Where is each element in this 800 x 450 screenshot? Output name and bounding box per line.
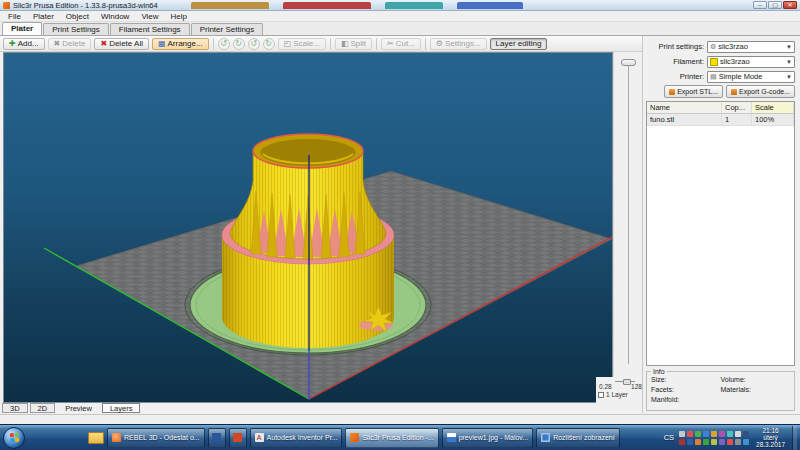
add-button[interactable]: ✚ Add...: [3, 38, 45, 50]
menu-plater[interactable]: Plater: [27, 12, 60, 21]
taskbar-button-slic3r[interactable]: Slic3r Prusa Edition -...: [345, 428, 438, 448]
one-layer-checkbox[interactable]: [598, 392, 604, 398]
object-settings-button[interactable]: ⚙ Settings...: [430, 38, 487, 50]
view-tab-preview[interactable]: Preview: [57, 403, 100, 413]
table-row[interactable]: funo.stl 1 100%: [647, 114, 794, 126]
chevron-down-icon: ▼: [786, 44, 792, 50]
tray-icon[interactable]: [727, 439, 733, 445]
object-copies-cell: 1: [722, 114, 752, 126]
tray-icon[interactable]: [679, 431, 685, 437]
background-window-tab[interactable]: [191, 2, 269, 9]
export-gcode-button[interactable]: Export G-code...: [726, 85, 795, 98]
tray-icon[interactable]: [743, 431, 749, 437]
tray-icon[interactable]: [727, 431, 733, 437]
layer-height-slider[interactable]: [615, 378, 635, 382]
printer-select[interactable]: ▤ Simple Mode ▼: [707, 71, 795, 83]
minimize-button[interactable]: –: [753, 1, 767, 9]
background-window-tab[interactable]: [457, 2, 523, 9]
rotate-cw-45-icon[interactable]: ↻: [233, 38, 245, 50]
taskbar-button-display-settings[interactable]: Rozlišení zobrazení: [536, 428, 619, 448]
browser-icon: [112, 433, 121, 442]
column-copies[interactable]: Cop...: [722, 102, 752, 114]
tray-icon[interactable]: [703, 439, 709, 445]
layer-slider-handle[interactable]: [621, 59, 636, 66]
manifold-label: Manifold:: [651, 396, 721, 403]
object-table-header: Name Cop... Scale: [647, 102, 794, 114]
monitor-icon: [541, 433, 550, 442]
maximize-button[interactable]: ▢: [768, 1, 782, 9]
export-stl-button[interactable]: Export STL...: [664, 85, 723, 98]
language-indicator[interactable]: CS: [664, 433, 674, 442]
tray-icon[interactable]: [687, 439, 693, 445]
delete-label: Delete: [62, 39, 85, 48]
one-layer-label: 1 Layer: [606, 391, 628, 398]
taskbar-button-rebel[interactable]: REBEL 3D - Odeslat o...: [107, 428, 205, 448]
menu-file[interactable]: File: [2, 12, 27, 21]
tray-icon[interactable]: [695, 439, 701, 445]
facets-label: Facets:: [651, 386, 721, 393]
menu-window[interactable]: Window: [95, 12, 135, 21]
tab-plater[interactable]: Plater: [2, 22, 42, 35]
print-settings-value: slic3rzao: [718, 42, 748, 51]
taskbar-button-inventor[interactable]: A Autodesk Inventor Pr...: [250, 428, 343, 448]
delete-all-button[interactable]: ✖ Delete All: [94, 38, 149, 50]
split-label: Split: [350, 39, 366, 48]
tray-icon[interactable]: [743, 439, 749, 445]
tab-print-settings[interactable]: Print Settings: [43, 23, 109, 35]
view-tab-2d[interactable]: 2D: [30, 403, 56, 413]
slic3r-app-icon: [3, 2, 10, 9]
menu-help[interactable]: Help: [165, 12, 193, 21]
viewport-3d[interactable]: [3, 52, 613, 403]
tray-icon[interactable]: [687, 431, 693, 437]
close-button[interactable]: ✕: [783, 1, 797, 9]
view-tab-3d[interactable]: 3D: [2, 403, 28, 413]
clock-date: 28.3.2017: [756, 441, 785, 448]
tray-icon[interactable]: [719, 439, 725, 445]
scale-button[interactable]: ◰ Scale...: [278, 38, 326, 50]
menu-view[interactable]: View: [135, 12, 164, 21]
filament-select[interactable]: slic3rzao ▼: [707, 56, 795, 68]
tray-icon[interactable]: [679, 439, 685, 445]
arrange-button[interactable]: ▦ Arrange...: [152, 38, 209, 50]
tray-icon[interactable]: [719, 431, 725, 437]
cut-button[interactable]: ✂ Cut...: [381, 38, 421, 50]
tray-icon[interactable]: [735, 439, 741, 445]
taskbar-clock[interactable]: 21:16 úterý 28.3.2017: [753, 427, 788, 448]
split-button[interactable]: ◧ Split: [335, 38, 372, 50]
column-name[interactable]: Name: [647, 102, 722, 114]
taskbar-button-app1[interactable]: [208, 428, 226, 448]
view-tab-bar: 3D 2D Preview Layers: [2, 403, 140, 414]
rotate-cw-90-icon[interactable]: ↻: [263, 38, 275, 50]
tab-printer-settings[interactable]: Printer Settings: [191, 23, 264, 35]
show-desktop-button[interactable]: [792, 426, 797, 450]
layer-editing-label: Layer editing: [496, 39, 542, 48]
view-tab-layers[interactable]: Layers: [102, 403, 141, 413]
clock-time: 21:16: [756, 427, 785, 434]
column-scale[interactable]: Scale: [752, 102, 794, 114]
rotate-ccw-90-icon[interactable]: ↺: [248, 38, 260, 50]
tray-icon[interactable]: [711, 431, 717, 437]
taskbar-button-paint[interactable]: preview1.jpg - Malov...: [442, 428, 534, 448]
start-button[interactable]: [3, 427, 25, 449]
background-window-tab[interactable]: [385, 2, 443, 9]
taskbar-button-app2[interactable]: [229, 428, 247, 448]
filament-value: slic3rzao: [720, 57, 750, 66]
taskbar: REBEL 3D - Odeslat o... A Autodesk Inven…: [0, 424, 800, 450]
tray-icon[interactable]: [695, 431, 701, 437]
taskbar-button-label: Slic3r Prusa Edition -...: [362, 434, 433, 441]
delete-button[interactable]: ✖ Delete: [48, 38, 92, 50]
tray-icon[interactable]: [703, 431, 709, 437]
rotate-ccw-45-icon[interactable]: ↺: [218, 38, 230, 50]
menu-object[interactable]: Object: [60, 12, 95, 21]
printer-value: Simple Mode: [719, 72, 763, 81]
background-window-tab[interactable]: [283, 2, 371, 9]
tray-icon[interactable]: [735, 431, 741, 437]
tab-filament-settings[interactable]: Filament Settings: [110, 23, 190, 35]
print-settings-select[interactable]: ⚙ slic3rzao ▼: [707, 41, 795, 53]
explorer-folder-icon[interactable]: [88, 432, 104, 444]
tray-icon[interactable]: [711, 439, 717, 445]
printer-label: Printer:: [646, 72, 704, 81]
layer-slider-track[interactable]: [628, 64, 629, 364]
layer-editing-button[interactable]: Layer editing: [490, 38, 548, 50]
taskbar-button-label: preview1.jpg - Malov...: [459, 434, 529, 441]
